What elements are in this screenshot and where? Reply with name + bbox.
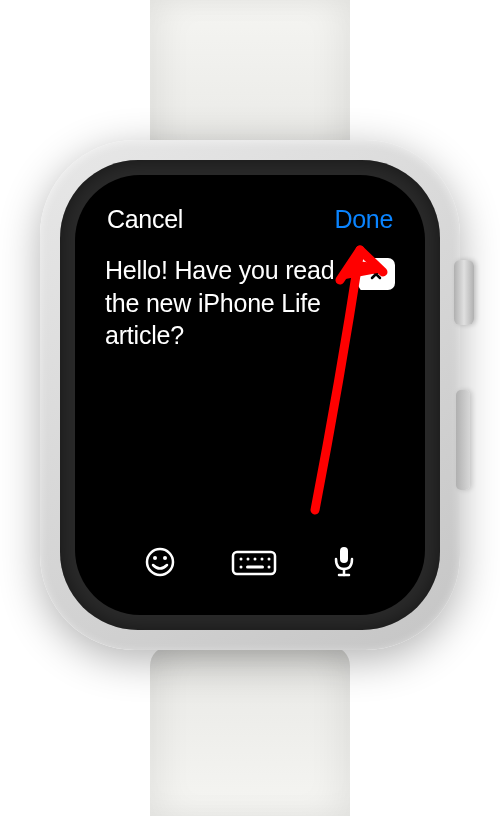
delete-button[interactable] xyxy=(351,258,395,290)
delete-icon xyxy=(368,266,384,282)
svg-point-4 xyxy=(240,558,243,561)
svg-point-9 xyxy=(240,566,243,569)
svg-point-7 xyxy=(261,558,264,561)
header-row: Cancel Done xyxy=(97,203,403,254)
cancel-button[interactable]: Cancel xyxy=(107,205,183,234)
svg-point-0 xyxy=(147,549,173,575)
watch-screen-border: Cancel Done Hello! Have you read the new… xyxy=(60,160,440,630)
keyboard-icon xyxy=(230,546,278,578)
watch-band-bottom xyxy=(150,646,350,816)
svg-rect-12 xyxy=(340,547,348,563)
emoji-button[interactable] xyxy=(144,546,176,578)
emoji-icon xyxy=(144,546,176,578)
svg-rect-10 xyxy=(246,566,264,569)
svg-point-1 xyxy=(153,556,157,560)
mic-button[interactable] xyxy=(332,545,356,579)
mic-icon xyxy=(332,545,356,579)
svg-point-8 xyxy=(268,558,271,561)
message-text-input[interactable]: Hello! Have you read the new iPhone Life… xyxy=(105,254,339,352)
input-methods-row xyxy=(97,535,403,587)
watch-side-button[interactable] xyxy=(456,390,470,490)
watch-crown[interactable] xyxy=(454,260,474,325)
svg-point-6 xyxy=(254,558,257,561)
svg-point-11 xyxy=(268,566,271,569)
svg-point-5 xyxy=(247,558,250,561)
svg-rect-3 xyxy=(233,552,275,574)
watch-screen: Cancel Done Hello! Have you read the new… xyxy=(75,175,425,615)
svg-point-2 xyxy=(163,556,167,560)
message-row: Hello! Have you read the new iPhone Life… xyxy=(97,254,403,535)
keyboard-button[interactable] xyxy=(230,546,278,578)
watch-case: Cancel Done Hello! Have you read the new… xyxy=(40,140,460,650)
done-button[interactable]: Done xyxy=(334,205,393,234)
